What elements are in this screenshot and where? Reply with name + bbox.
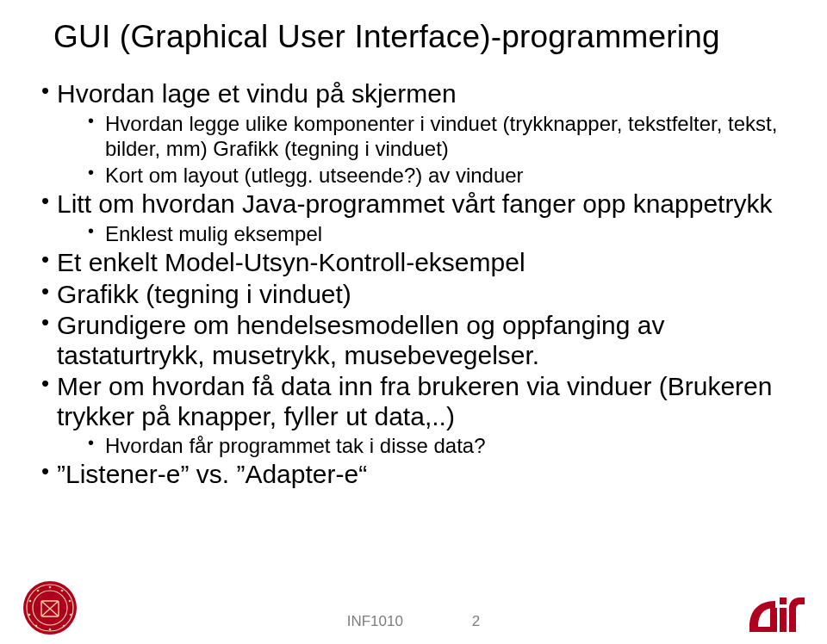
bullet-text: Mer om hvordan få data inn fra brukeren …: [57, 372, 786, 431]
bullet-level1: • Et enkelt Model-Utsyn-Kontroll-eksempe…: [41, 248, 786, 278]
bullet-text: Hvordan lage et vindu på skjermen: [57, 79, 457, 109]
bullet-text: Hvordan legge ulike komponenter i vindue…: [105, 111, 786, 162]
bullet-text: ”Listener-e” vs. ”Adapter-e“: [57, 460, 367, 490]
bullet-list: • Hvordan lage et vindu på skjermen • Hv…: [41, 79, 786, 490]
bullet-text: Et enkelt Model-Utsyn-Kontroll-eksempel: [57, 248, 525, 278]
bullet-dot-icon: •: [88, 111, 105, 131]
bullet-dot-icon: •: [41, 189, 57, 213]
bullet-level2: • Kort om layout (utlegg. utseende?) av …: [88, 163, 786, 188]
bullet-dot-icon: •: [41, 79, 57, 102]
bullet-level1: • ”Listener-e” vs. ”Adapter-e“: [41, 460, 786, 490]
bullet-level1: • Litt om hvordan Java-programmet vårt f…: [41, 189, 786, 220]
bullet-dot-icon: •: [88, 433, 105, 453]
bullet-level1: • Hvordan lage et vindu på skjermen: [41, 79, 786, 109]
bullet-dot-icon: •: [88, 221, 105, 241]
page-number: 2: [472, 613, 480, 630]
bullet-text: Hvordan får programmet tak i disse data?: [105, 433, 486, 458]
bullet-level2: • Hvordan får programmet tak i disse dat…: [88, 433, 786, 458]
svg-point-7: [61, 590, 64, 592]
bullet-level2: • Enklest mulig eksempel: [88, 221, 786, 246]
svg-point-14: [29, 600, 32, 603]
bullet-dot-icon: •: [41, 280, 57, 303]
slide-title: GUI (Graphical User Interface)-programme…: [53, 19, 786, 55]
svg-point-15: [37, 590, 40, 592]
bullet-level1: • Mer om hvordan få data inn fra brukere…: [41, 372, 786, 431]
svg-point-6: [49, 586, 52, 589]
bullet-dot-icon: •: [41, 248, 57, 271]
list-item: • Grafikk (tegning i vinduet): [41, 280, 786, 310]
bullet-level1: • Grafikk (tegning i vinduet): [41, 280, 786, 310]
svg-rect-16: [780, 598, 787, 604]
list-item: • Hvordan lage et vindu på skjermen • Hv…: [41, 79, 786, 188]
bullet-dot-icon: •: [88, 163, 105, 183]
slide: GUI (Graphical User Interface)-programme…: [0, 0, 827, 644]
list-item: • Grundigere om hendelsesmodellen og opp…: [41, 311, 786, 370]
bullet-text: Kort om layout (utlegg. utseende?) av vi…: [105, 163, 524, 188]
bullet-text: Litt om hvordan Java-programmet vårt fan…: [57, 189, 772, 220]
bullet-level2: • Hvordan legge ulike komponenter i vind…: [88, 111, 786, 162]
bullet-text: Grafikk (tegning i vinduet): [57, 280, 351, 310]
list-item: • Et enkelt Model-Utsyn-Kontroll-eksempe…: [41, 248, 786, 278]
bullet-level1: • Grundigere om hendelsesmodellen og opp…: [41, 311, 786, 370]
list-item: • Litt om hvordan Java-programmet vårt f…: [41, 189, 786, 246]
bullet-text: Enklest mulig eksempel: [105, 221, 322, 246]
list-item: • ”Listener-e” vs. ”Adapter-e“: [41, 460, 786, 490]
bullet-dot-icon: •: [41, 311, 57, 334]
course-code: INF1010: [347, 613, 403, 630]
bullet-dot-icon: •: [41, 372, 57, 395]
bullet-text: Grundigere om hendelsesmodellen og oppfa…: [57, 311, 786, 370]
list-item: • Mer om hvordan få data inn fra brukere…: [41, 372, 786, 458]
svg-point-8: [69, 600, 72, 603]
bullet-dot-icon: •: [41, 460, 57, 483]
slide-footer: INF1010 2: [0, 613, 827, 630]
